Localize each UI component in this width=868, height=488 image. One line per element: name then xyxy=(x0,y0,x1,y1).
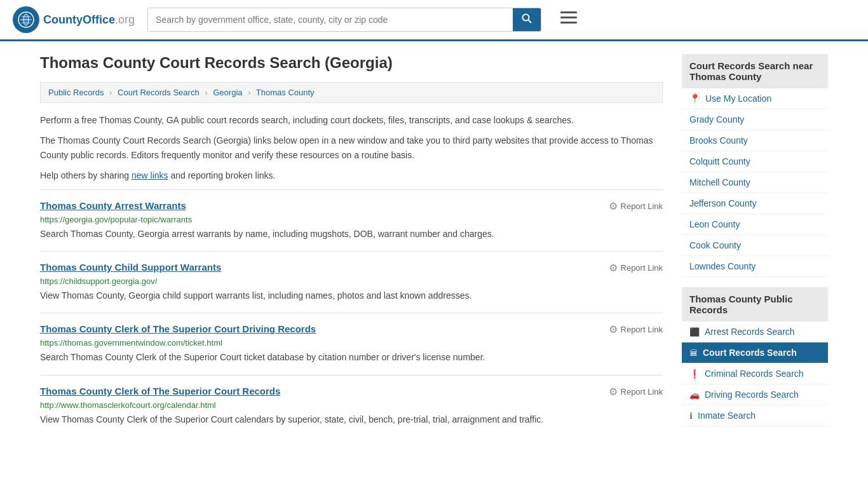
report-icon-2: ⚙ xyxy=(609,323,618,336)
intro-paragraph-3: Help others by sharing new links and rep… xyxy=(40,168,663,182)
page-title: Thomas County Court Records Search (Geor… xyxy=(40,54,663,72)
breadcrumb-public-records[interactable]: Public Records xyxy=(48,88,104,97)
sidebar-item-mitchell[interactable]: Mitchell County xyxy=(682,172,828,193)
main-container: Thomas County Court Records Search (Geor… xyxy=(27,41,841,449)
svg-rect-7 xyxy=(560,11,577,13)
sidebar-criminal-records[interactable]: ❗ Criminal Records Search xyxy=(682,363,828,384)
record-desc-1: View Thomas County, Georgia child suppor… xyxy=(40,288,663,302)
svg-rect-9 xyxy=(560,22,577,24)
svg-point-5 xyxy=(523,15,529,21)
report-link-2[interactable]: ⚙ Report Link xyxy=(609,323,663,336)
record-title-0[interactable]: Thomas County Arrest Warrants xyxy=(40,200,186,211)
record-title-1[interactable]: Thomas County Child Support Warrants xyxy=(40,262,221,273)
criminal-icon: ❗ xyxy=(689,369,700,379)
sidebar-item-cook[interactable]: Cook County xyxy=(682,235,828,256)
report-link-3[interactable]: ⚙ Report Link xyxy=(609,386,663,398)
svg-line-6 xyxy=(529,20,532,24)
record-url-3: http://www.thomasclerkofcourt.org/calend… xyxy=(40,400,663,410)
inmate-icon: ℹ xyxy=(689,411,693,421)
content-area: Thomas County Court Records Search (Geor… xyxy=(40,54,663,437)
sidebar-item-lowndes[interactable]: Lowndes County xyxy=(682,256,828,277)
intro-paragraph-2: The Thomas County Court Records Search (… xyxy=(40,133,663,162)
report-icon-1: ⚙ xyxy=(609,262,618,274)
site-logo[interactable]: CountyOffice.org xyxy=(13,6,135,33)
record-item: Thomas County Clerk of The Superior Cour… xyxy=(40,375,663,437)
record-desc-2: Search Thomas County Clerk of the Superi… xyxy=(40,350,663,364)
logo-icon xyxy=(13,6,39,33)
breadcrumb-thomas-county[interactable]: Thomas County xyxy=(256,88,315,97)
report-link-0[interactable]: ⚙ Report Link xyxy=(609,200,663,212)
intro-paragraph-1: Perform a free Thomas County, GA public … xyxy=(40,113,663,127)
public-records-section: Thomas County Public Records ⬛ Arrest Re… xyxy=(682,287,828,426)
sidebar-item-colquitt[interactable]: Colquitt County xyxy=(682,151,828,172)
report-icon-3: ⚙ xyxy=(609,386,618,398)
sidebar-arrest-records[interactable]: ⬛ Arrest Records Search xyxy=(682,322,828,342)
record-item: Thomas County Clerk of The Superior Cour… xyxy=(40,313,663,374)
search-button[interactable] xyxy=(513,8,541,31)
record-title-3[interactable]: Thomas County Clerk of The Superior Cour… xyxy=(40,386,280,396)
breadcrumb: Public Records › Court Records Search › … xyxy=(40,82,663,103)
court-icon: 🏛 xyxy=(689,348,698,358)
sidebar: Court Records Search near Thomas County … xyxy=(682,54,828,437)
use-my-location[interactable]: 📍 Use My Location xyxy=(682,88,828,109)
location-icon: 📍 xyxy=(689,93,700,104)
record-url-2: https://thomas.governmentwindow.com/tick… xyxy=(40,338,663,348)
driving-icon: 🚗 xyxy=(689,390,700,400)
sidebar-item-brooks[interactable]: Brooks County xyxy=(682,130,828,151)
arrest-icon: ⬛ xyxy=(689,327,700,337)
record-url-0: https://georgia.gov/popular-topic/warran… xyxy=(40,215,663,224)
nearby-section: Court Records Search near Thomas County … xyxy=(682,54,828,277)
sidebar-item-leon[interactable]: Leon County xyxy=(682,214,828,235)
record-item: Thomas County Child Support Warrants ⚙ R… xyxy=(40,251,663,313)
breadcrumb-court-records[interactable]: Court Records Search xyxy=(118,88,200,97)
record-desc-0: Search Thomas County, Georgia arrest war… xyxy=(40,227,663,241)
record-item: Thomas County Arrest Warrants ⚙ Report L… xyxy=(40,189,663,251)
sidebar-inmate-search[interactable]: ℹ Inmate Search xyxy=(682,405,828,426)
report-link-1[interactable]: ⚙ Report Link xyxy=(609,262,663,274)
sidebar-item-grady[interactable]: Grady County xyxy=(682,109,828,130)
nearby-header: Court Records Search near Thomas County xyxy=(682,54,828,88)
report-icon-0: ⚙ xyxy=(609,200,618,212)
new-links-link[interactable]: new links xyxy=(132,170,168,180)
hamburger-menu[interactable] xyxy=(560,11,577,28)
search-input[interactable] xyxy=(148,8,513,31)
sidebar-item-jefferson[interactable]: Jefferson County xyxy=(682,193,828,214)
site-header: CountyOffice.org xyxy=(0,0,868,41)
public-records-header: Thomas County Public Records xyxy=(682,287,828,322)
search-bar xyxy=(147,8,541,32)
record-desc-3: View Thomas County Clerk of the Superior… xyxy=(40,412,663,426)
svg-rect-8 xyxy=(560,17,577,18)
sidebar-court-records[interactable]: 🏛 Court Records Search xyxy=(682,342,828,363)
use-my-location-link[interactable]: Use My Location xyxy=(705,93,771,104)
logo-text: CountyOffice.org xyxy=(43,13,135,27)
record-title-2[interactable]: Thomas County Clerk of The Superior Cour… xyxy=(40,323,316,334)
record-url-1: https://childsupport.georgia.gov/ xyxy=(40,276,663,286)
breadcrumb-georgia[interactable]: Georgia xyxy=(213,88,242,97)
sidebar-driving-records[interactable]: 🚗 Driving Records Search xyxy=(682,384,828,405)
